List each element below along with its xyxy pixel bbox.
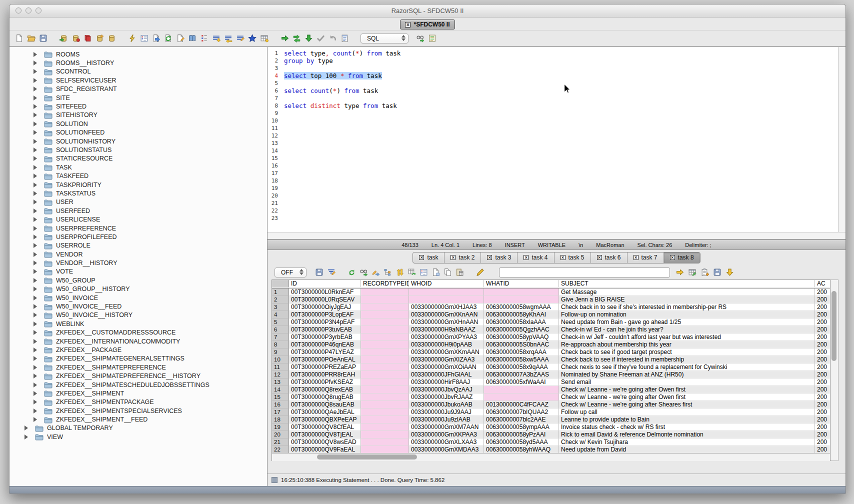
table-cell[interactable]: 200 [815, 356, 830, 364]
table-cell[interactable]: 00T3000000QAeJbEAL [289, 408, 361, 416]
sync-arrows-icon[interactable] [292, 34, 302, 43]
table-cell[interactable]: Check back to see if interested in membe… [559, 356, 815, 364]
tree-item-sfdc-registrant[interactable]: SFDC_REGISTRANT [10, 85, 267, 94]
preview-glasses-icon[interactable] [416, 34, 425, 43]
disclosure-triangle-icon[interactable] [34, 217, 40, 222]
disclosure-triangle-icon[interactable] [34, 348, 40, 352]
results-vertical-scrollbar[interactable] [830, 280, 838, 461]
tree-view-icon[interactable] [383, 268, 392, 277]
tree-item-sitefeed[interactable]: SITEFEED [10, 102, 267, 110]
tree-item-solution[interactable]: SOLUTION [10, 120, 267, 128]
hscroll-thumb[interactable] [317, 454, 417, 460]
database-tree-panel[interactable]: ROOMSROOMS__HISTORYSCONTROLSELFSERVICEUS… [10, 47, 268, 486]
code-line[interactable] [284, 64, 846, 72]
disclosure-triangle-icon[interactable] [34, 156, 40, 161]
table-cell[interactable]: 00T3000000PREZaEAP [289, 364, 361, 371]
paste-table-icon[interactable] [455, 268, 464, 277]
export-down-icon[interactable] [212, 34, 221, 43]
disclosure-triangle-icon[interactable] [34, 260, 40, 266]
table-cell[interactable] [484, 386, 559, 394]
tree-item-zkfedex-shipment-feed[interactable]: ZKFEDEX__SHIPMENT__FEED [10, 415, 267, 424]
tree-item-taskfeed[interactable]: TASKFEED [10, 172, 267, 180]
table-row[interactable]: 1900T3000000QV8CfEAL0033000000GmXM7AAN00… [272, 424, 830, 431]
table-cell[interactable] [361, 446, 409, 453]
table-cell[interactable]: Leanne to provide update to Bain [559, 416, 815, 424]
table-cell[interactable]: 0033000000JbvRJAAZ [409, 394, 484, 401]
preview-glasses-icon[interactable] [359, 268, 368, 277]
table-cell[interactable]: 0033000000GmXHJAA3 [409, 304, 484, 311]
table-cell[interactable]: 006300000058yKhAAI [484, 311, 559, 318]
table-cell[interactable] [361, 394, 409, 401]
disclosure-triangle-icon[interactable] [34, 191, 40, 196]
table-cell[interactable]: 006300000058wgmAAA [484, 304, 559, 311]
disclosure-triangle-icon[interactable] [34, 296, 40, 300]
table-cell[interactable]: 0033000000JbukoAAB [409, 401, 484, 408]
table-cell[interactable]: 00T3000000QV9FaEAL [289, 446, 361, 453]
check-icon[interactable] [316, 34, 326, 43]
table-cell[interactable]: 200 [815, 296, 830, 304]
connect-icon[interactable] [59, 34, 68, 43]
table-cell[interactable] [484, 296, 559, 304]
table-cell[interactable]: 0033000000H9aNBAAZ [409, 326, 484, 334]
table-row[interactable]: 1600T3000000Q8sauEAB0033000000JbukoAAB00… [272, 401, 830, 408]
table-cell[interactable] [361, 364, 409, 371]
max-rows-select[interactable]: OFF [274, 268, 306, 278]
tab-close-icon[interactable]: × [419, 255, 424, 260]
table-cell[interactable] [409, 296, 484, 304]
disclosure-triangle-icon[interactable] [34, 130, 40, 135]
code-line[interactable] [284, 94, 846, 102]
title-bar[interactable]: RazorSQL - SFDCW50 II [10, 4, 846, 18]
disclosure-triangle-icon[interactable] [34, 269, 40, 274]
table-cell[interactable]: 0033000000GmXLXAA3 [409, 438, 484, 446]
table-cell[interactable]: 006300000058yd5AAA [484, 438, 559, 446]
table-cell[interactable]: 0033000000GmXKPAA3 [409, 431, 484, 438]
table-cell[interactable]: Re-approach about membership this year [559, 341, 815, 348]
code-line[interactable] [284, 207, 846, 214]
zoom-window-icon[interactable] [36, 8, 42, 14]
disclosure-triangle-icon[interactable] [34, 86, 40, 92]
result-tab-task-7[interactable]: ×task 7 [628, 252, 664, 263]
table-cell[interactable]: Check-in w/ Ed - can he join this year? [559, 326, 815, 334]
table-row[interactable]: 2100T3000000QV8wsEAD0033000000GmXLXAA300… [272, 438, 830, 446]
save-disk-icon[interactable] [712, 268, 722, 277]
tab-close-icon[interactable]: × [450, 255, 456, 260]
execute-file-icon[interactable] [152, 34, 161, 43]
table-row[interactable]: 400T3000000P3LopEAF0033000000GmXKnAAN006… [272, 311, 830, 318]
table-cell[interactable]: 00T3000000P3yrbEAB [289, 334, 361, 341]
column-header-whoid[interactable]: WHOID [409, 280, 484, 288]
go-forward-icon[interactable] [280, 34, 290, 43]
disclosure-triangle-icon[interactable] [34, 208, 40, 214]
tree-item-solutionhistory[interactable]: SOLUTIONHISTORY [10, 137, 267, 146]
table-row[interactable]: 300T3000000OiyJgEAJ0033000000GmXHJAA3006… [272, 304, 830, 311]
table-cell[interactable]: 200 [815, 288, 830, 296]
table-cell[interactable]: 0033000000GmXOiAAN [409, 364, 484, 371]
tree-item-task[interactable]: TASK [10, 163, 267, 172]
table-cell[interactable] [361, 341, 409, 348]
code-line[interactable] [284, 140, 846, 147]
code-line[interactable] [284, 214, 846, 222]
tab-close-icon[interactable]: × [405, 22, 410, 28]
disclosure-triangle-icon[interactable] [34, 234, 40, 240]
tree-item-w50-invoice-feed[interactable]: W50_INVOICE__FEED [10, 302, 267, 310]
column-header-ac[interactable]: AC [815, 280, 830, 288]
tree-item-userpreference[interactable]: USERPREFERENCE [10, 224, 267, 232]
result-tab-task-6[interactable]: ×task 6 [591, 252, 628, 263]
table-row[interactable]: 900T3000000P47LYEAZ0033000000GmXKmAAN006… [272, 348, 830, 356]
tree-item-userlicense[interactable]: USERLICENSE [10, 215, 267, 224]
table-cell[interactable] [361, 296, 409, 304]
table-cell[interactable]: 00T3000000Q8sauEAB [289, 401, 361, 408]
table-row[interactable]: 1700T3000000QAeJbEAL0033000000Ju9J9AAJ00… [272, 408, 830, 416]
code-line[interactable] [284, 147, 846, 154]
tab-close-icon[interactable]: × [487, 255, 492, 260]
disclosure-triangle-icon[interactable] [34, 104, 40, 109]
tree-item-zkfedex-customaddresssource[interactable]: ZKFEDEX__CUSTOMADDRESSSOURCE [10, 328, 267, 337]
disclosure-triangle-icon[interactable] [34, 60, 40, 66]
disclosure-triangle-icon[interactable] [24, 434, 32, 440]
save-results-icon[interactable] [314, 268, 324, 277]
table-cell[interactable]: 200 [815, 431, 830, 438]
table-cell[interactable] [484, 394, 559, 401]
code-line[interactable]: select type, count(*) from task [284, 50, 846, 57]
table-cell[interactable]: 00T3000000PfvKSEAZ [289, 378, 361, 386]
tree-item-solutionstatus[interactable]: SOLUTIONSTATUS [10, 146, 267, 154]
table-cell[interactable]: 00T3000000QBXPeEAP [289, 416, 361, 424]
